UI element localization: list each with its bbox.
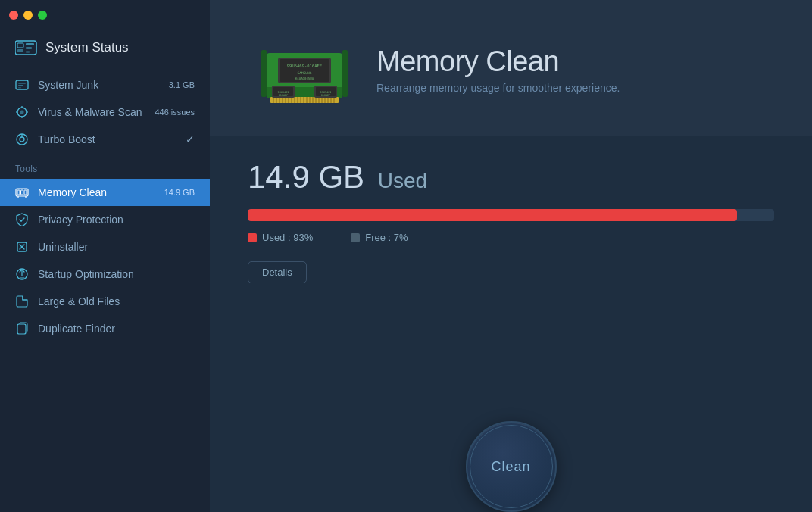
main-header: 99U5469-016AEF SAMSUNG K4AAG045WA 99U546… (210, 0, 812, 136)
sidebar-item-memory-clean[interactable]: Memory Clean 14.9 GB (0, 179, 210, 206)
feature-subtitle: Rearrange memory usage for smoother expe… (376, 82, 620, 94)
app-title: System Status (45, 40, 129, 55)
memory-clean-icon (15, 186, 29, 199)
memory-clean-badge: 14.9 GB (164, 188, 195, 197)
system-junk-label: System Junk (38, 79, 160, 91)
svg-rect-8 (18, 85, 23, 86)
memory-gb-value: 14.9 GB (248, 159, 364, 195)
svg-rect-20 (17, 190, 20, 195)
startup-optimization-label: Startup Optimization (38, 268, 195, 280)
used-label: Used (378, 169, 427, 192)
svg-line-26 (21, 218, 24, 221)
memory-clean-label: Memory Clean (38, 186, 155, 198)
svg-rect-4 (26, 47, 32, 49)
sidebar-item-startup-optimization[interactable]: Startup Optimization (0, 261, 210, 288)
turbo-boost-icon (15, 133, 29, 146)
system-junk-badge: 3.1 GB (169, 80, 195, 89)
duplicate-icon (15, 322, 29, 336)
virus-malware-badge: 446 issues (155, 108, 195, 117)
sidebar-item-large-old-files[interactable]: Large & Old Files (0, 288, 210, 315)
memory-usage-display: 14.9 GB Used (248, 159, 774, 195)
free-percent-label: Free : 7% (365, 232, 408, 243)
svg-text:016AEF: 016AEF (321, 94, 331, 97)
sidebar-item-virus-malware[interactable]: Virus & Malware Scan 446 issues (0, 98, 210, 126)
svg-rect-7 (18, 83, 26, 84)
svg-rect-21 (21, 190, 23, 195)
svg-text:SAMSUNG: SAMSUNG (298, 71, 312, 75)
used-legend-item: Used : 93% (248, 232, 313, 243)
large-old-files-label: Large & Old Files (38, 295, 195, 308)
main-content-area: 99U5469-016AEF SAMSUNG K4AAG045WA 99U546… (210, 0, 812, 512)
app-icon (15, 39, 38, 56)
free-legend-item: Free : 7% (351, 232, 408, 243)
system-junk-icon (15, 78, 29, 92)
svg-text:016AEF: 016AEF (279, 94, 289, 97)
svg-rect-2 (17, 49, 23, 52)
turbo-boost-check: ✓ (186, 133, 195, 145)
main-stats-area: 14.9 GB Used Used : 93% Free : 7% Detail… (210, 136, 812, 512)
clean-button[interactable]: Clean (466, 421, 557, 512)
svg-rect-5 (26, 51, 30, 53)
svg-rect-9 (18, 87, 21, 89)
privacy-icon (15, 213, 29, 226)
svg-rect-3 (26, 43, 34, 45)
titlebar (0, 0, 210, 30)
progress-legend: Used : 93% Free : 7% (248, 232, 774, 243)
header-text: Memory Clean Rearrange memory usage for … (376, 30, 620, 94)
app-title-section: System Status (0, 30, 210, 71)
free-dot (351, 233, 360, 242)
svg-rect-57 (261, 50, 267, 97)
svg-rect-1 (17, 43, 23, 48)
turbo-boost-label: Turbo Boost (38, 133, 176, 145)
svg-rect-22 (24, 190, 27, 195)
privacy-protection-label: Privacy Protection (38, 214, 195, 226)
virus-icon (15, 105, 29, 119)
minimize-button[interactable] (23, 11, 33, 20)
svg-text:99U5469-016AEF: 99U5469-016AEF (287, 64, 322, 68)
svg-rect-58 (342, 50, 348, 97)
used-dot (248, 233, 257, 242)
maximize-button[interactable] (38, 11, 47, 20)
sidebar-item-system-junk[interactable]: System Junk 3.1 GB (0, 71, 210, 98)
sidebar: System Status System Junk 3.1 GB Virus &… (0, 0, 210, 512)
startup-icon (15, 267, 29, 281)
uninstaller-label: Uninstaller (38, 241, 195, 253)
memory-module-icon: 99U5469-016AEF SAMSUNG K4AAG045WA 99U546… (255, 30, 354, 114)
uninstaller-icon (15, 240, 29, 254)
close-button[interactable] (9, 11, 18, 20)
memory-used-fill (248, 209, 737, 221)
svg-text:K4AAG045WA: K4AAG045WA (295, 76, 314, 80)
duplicate-finder-label: Duplicate Finder (38, 323, 195, 335)
memory-progress-bar (248, 209, 774, 221)
sidebar-item-uninstaller[interactable]: Uninstaller (0, 233, 210, 261)
sidebar-item-duplicate-finder[interactable]: Duplicate Finder (0, 315, 210, 342)
feature-title: Memory Clean (376, 45, 620, 78)
svg-point-11 (20, 111, 24, 114)
details-button[interactable]: Details (248, 261, 307, 283)
tools-section-label: Tools (0, 153, 210, 179)
used-percent-label: Used : 93% (262, 232, 313, 243)
virus-malware-label: Virus & Malware Scan (38, 106, 145, 118)
sidebar-item-turbo-boost[interactable]: Turbo Boost ✓ (0, 126, 210, 153)
svg-point-17 (20, 137, 24, 142)
sidebar-item-privacy-protection[interactable]: Privacy Protection (0, 206, 210, 233)
clean-button-area: Clean (210, 414, 812, 512)
clean-button-label: Clean (491, 459, 530, 475)
large-files-icon (15, 295, 29, 308)
